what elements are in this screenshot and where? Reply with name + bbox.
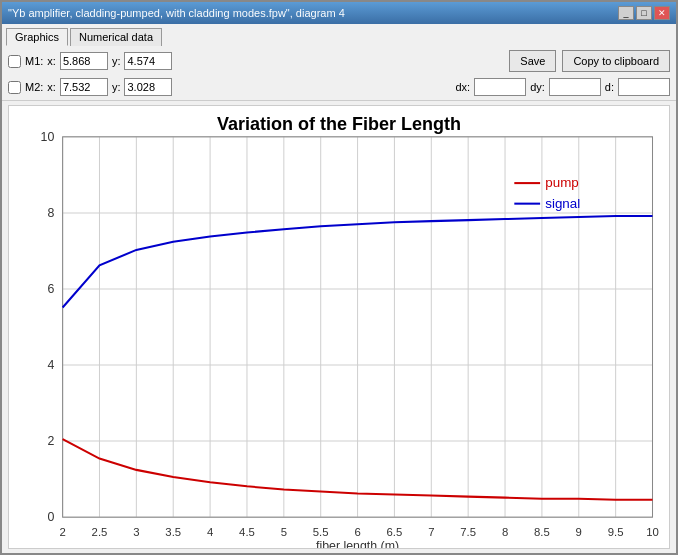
legend-signal-label: signal [545,196,580,211]
copy-to-clipboard-button[interactable]: Copy to clipboard [562,50,670,72]
svg-text:10: 10 [646,526,659,538]
controls-row-1: M1: x: y: Save Copy to clipboard [2,46,676,76]
chart-svg: 0 2 4 6 8 10 2 2.5 3 3.5 4 4.5 5 5.5 6 6… [9,106,669,548]
svg-text:9.5: 9.5 [608,526,624,538]
m1-label: M1: [25,55,43,67]
d-input[interactable] [618,78,670,96]
svg-text:2: 2 [59,526,65,538]
svg-text:7: 7 [428,526,434,538]
close-button[interactable]: ✕ [654,6,670,20]
m1-checkbox[interactable] [8,55,21,68]
svg-text:4: 4 [47,358,54,372]
svg-text:4.5: 4.5 [239,526,255,538]
controls-row-2: M2: x: y: dx: dy: d: [2,76,676,100]
m2-checkbox[interactable] [8,81,21,94]
svg-text:6: 6 [47,282,54,296]
dy-label: dy: [530,81,545,93]
tabs-row: Graphics Numerical data [2,24,676,46]
svg-text:9: 9 [576,526,582,538]
legend-pump-label: pump [545,175,579,190]
svg-text:8: 8 [47,206,54,220]
svg-text:4: 4 [207,526,213,538]
svg-text:3.5: 3.5 [165,526,181,538]
svg-text:7.5: 7.5 [460,526,476,538]
svg-text:10: 10 [41,130,55,144]
m2-label: M2: [25,81,43,93]
m1-x-input[interactable] [60,52,108,70]
svg-text:2.5: 2.5 [92,526,108,538]
tab-graphics[interactable]: Graphics [6,28,68,46]
m2-x-input[interactable] [60,78,108,96]
marker2-row: M2: x: y: [8,78,172,96]
titlebar: "Yb amplifier, cladding-pumped, with cla… [2,2,676,24]
window-controls: _ □ ✕ [618,6,670,20]
save-button[interactable]: Save [509,50,556,72]
dx-input[interactable] [474,78,526,96]
main-window: "Yb amplifier, cladding-pumped, with cla… [0,0,678,555]
minimize-button[interactable]: _ [618,6,634,20]
m1-y-label: y: [112,55,121,67]
svg-text:6.5: 6.5 [387,526,403,538]
svg-text:8: 8 [502,526,508,538]
m2-y-input[interactable] [124,78,172,96]
dx-label: dx: [455,81,470,93]
svg-text:8.5: 8.5 [534,526,550,538]
svg-text:3: 3 [133,526,139,538]
tab-numerical-data[interactable]: Numerical data [70,28,162,46]
m1-x-label: x: [47,55,56,67]
window-title: "Yb amplifier, cladding-pumped, with cla… [8,7,345,19]
svg-text:5.5: 5.5 [313,526,329,538]
svg-text:0: 0 [47,510,54,524]
dy-input[interactable] [549,78,601,96]
d-label: d: [605,81,614,93]
svg-text:fiber length (m): fiber length (m) [316,539,399,548]
delta-group: dx: dy: d: [455,78,670,96]
chart-area: Variation of the Fiber Length [8,105,670,549]
svg-text:6: 6 [354,526,360,538]
m1-y-input[interactable] [124,52,172,70]
maximize-button[interactable]: □ [636,6,652,20]
m2-y-label: y: [112,81,121,93]
svg-text:2: 2 [47,434,54,448]
toolbar: Graphics Numerical data M1: x: y: Save C… [2,24,676,101]
m2-x-label: x: [47,81,56,93]
marker1-row: M1: x: y: [8,52,172,70]
svg-text:5: 5 [281,526,287,538]
